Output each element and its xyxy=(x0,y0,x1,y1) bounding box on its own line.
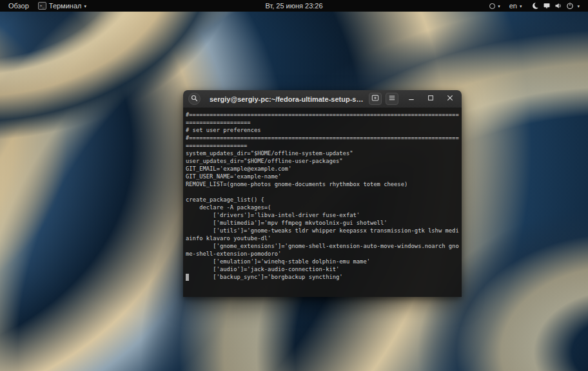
terminal-titlebar[interactable]: sergiy@sergiy-pc:~/fedora-ultimate-setup… xyxy=(183,90,462,108)
hamburger-menu-icon xyxy=(388,94,396,104)
screencast-indicator[interactable]: ▾ xyxy=(485,0,505,12)
close-button[interactable] xyxy=(444,93,456,105)
terminal-line: #=======================================… xyxy=(186,111,459,119)
app-menu-button[interactable]: >_ Терминал ▾ xyxy=(34,0,91,12)
terminal-line xyxy=(186,188,459,196)
window-title: sergiy@sergiy-pc:~/fedora-ultimate-setup… xyxy=(210,95,365,103)
terminal-line: ['backup_sync']='borgbackup syncthing' xyxy=(186,273,459,281)
activities-label: Обзор xyxy=(8,2,29,10)
terminal-line: ['audio']='jack-audio-connection-kit' xyxy=(186,265,459,273)
top-bar-right: ▾ en ▾ ▾ xyxy=(328,0,584,12)
system-menu-button[interactable]: ▾ xyxy=(527,0,585,12)
terminal-text: #=======================================… xyxy=(186,111,459,281)
terminal-line: =================== xyxy=(186,119,459,126)
close-icon xyxy=(446,94,454,104)
terminal-line: ================== xyxy=(186,142,459,149)
new-tab-button[interactable] xyxy=(369,93,382,105)
search-button[interactable] xyxy=(188,93,201,105)
top-bar-left: Обзор >_ Терминал ▾ xyxy=(4,0,260,12)
terminal-line: #=======================================… xyxy=(186,134,459,142)
terminal-line: # set user preferences xyxy=(186,126,459,134)
terminal-line: ['gnome_extensions']='gnome-shell-extens… xyxy=(186,242,459,250)
terminal-line: user_updates_dir="$HOME/offline-user-pac… xyxy=(186,157,459,165)
moon-icon xyxy=(531,2,539,10)
search-icon xyxy=(191,94,198,104)
terminal-line: ['utils']='gnome-tweaks tldr whipper kee… xyxy=(186,227,459,234)
record-circle-icon xyxy=(489,3,495,9)
maximize-button[interactable] xyxy=(424,93,437,105)
terminal-line: system_updates_dir="$HOME/offline-system… xyxy=(186,149,459,157)
top-bar: Обзор >_ Терминал ▾ Вт, 25 июня 23:26 ▾ … xyxy=(0,0,588,12)
terminal-window: sergiy@sergiy-pc:~/fedora-ultimate-setup… xyxy=(183,90,462,297)
clock-button[interactable]: Вт, 25 июня 23:26 xyxy=(260,0,327,12)
chevron-down-icon: ▾ xyxy=(84,4,86,8)
terminal-line: ['multimedia']='mpv ffmpeg mkvtoolnix-gu… xyxy=(186,219,459,227)
terminal-app-icon: >_ xyxy=(38,2,46,10)
desktop-background: Обзор >_ Терминал ▾ Вт, 25 июня 23:26 ▾ … xyxy=(0,0,588,371)
clock-label: Вт, 25 июня 23:26 xyxy=(265,2,322,10)
terminal-body[interactable]: #=======================================… xyxy=(183,108,462,297)
chevron-down-icon: ▾ xyxy=(578,4,580,8)
volume-icon xyxy=(554,2,562,10)
new-tab-icon xyxy=(371,94,379,104)
minimize-icon xyxy=(407,94,415,104)
power-icon xyxy=(566,2,574,10)
terminal-line: GIT_USER_NAME='example-name' xyxy=(186,173,459,180)
chevron-down-icon: ▾ xyxy=(520,4,522,8)
terminal-line: create_package_list() { xyxy=(186,196,459,204)
minimize-button[interactable] xyxy=(405,93,418,105)
terminal-line: REMOVE_LIST=(gnome-photos gnome-document… xyxy=(186,180,459,188)
terminal-line: ['drivers']='libva-intel-driver fuse-exf… xyxy=(186,211,459,219)
menu-button[interactable] xyxy=(386,93,398,105)
top-bar-center: Вт, 25 июня 23:26 xyxy=(260,0,327,12)
terminal-line: ainfo klavaro youtube-dl' xyxy=(186,234,459,242)
keyboard-layout-button[interactable]: en ▾ xyxy=(505,0,527,12)
network-icon xyxy=(543,2,551,10)
terminal-line: me-shell-extension-pomodoro' xyxy=(186,250,459,258)
activities-button[interactable]: Обзор xyxy=(4,0,34,12)
app-menu-label: Терминал xyxy=(49,2,82,10)
terminal-line: ['emulation']='winehq-stable dolphin-emu… xyxy=(186,258,459,265)
terminal-line: declare -A packages=( xyxy=(186,204,459,211)
terminal-line: GIT_EMAIL='example@example.com' xyxy=(186,165,459,173)
keyboard-layout-label: en xyxy=(509,2,517,10)
maximize-icon xyxy=(427,94,435,104)
chevron-down-icon: ▾ xyxy=(498,4,500,8)
